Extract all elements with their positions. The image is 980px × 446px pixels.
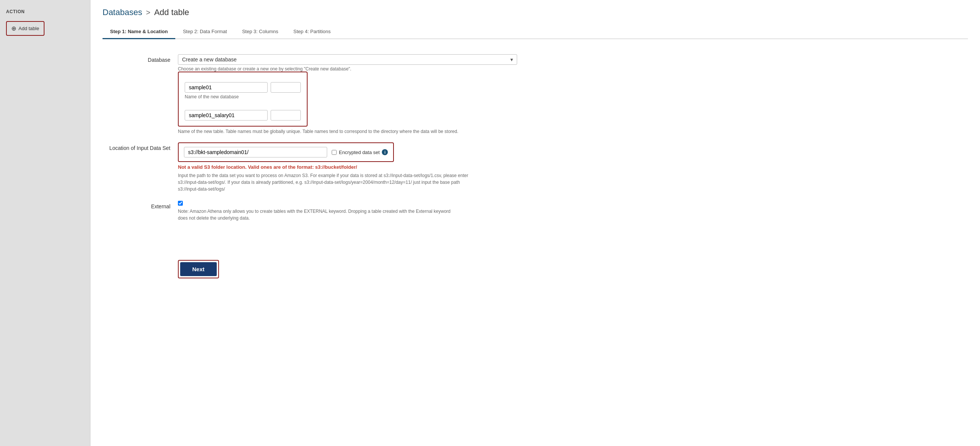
encrypted-label: Encrypted data set i bbox=[332, 149, 388, 155]
next-button-outlined-box: Next bbox=[178, 260, 219, 278]
plus-icon: ⊕ bbox=[11, 25, 16, 32]
location-input[interactable] bbox=[184, 147, 327, 157]
database-control-wrap: Create a new database ▾ Choose an existi… bbox=[178, 54, 517, 134]
tab-step2[interactable]: Step 2: Data Format bbox=[175, 25, 234, 39]
form-area: Database Create a new database ▾ Choose … bbox=[102, 51, 968, 233]
table-name-section bbox=[185, 110, 301, 121]
db-name-extra-input[interactable] bbox=[270, 82, 301, 93]
sidebar-section-title: ACTION bbox=[0, 6, 90, 17]
database-label: Database bbox=[102, 54, 178, 63]
info-icon[interactable]: i bbox=[382, 149, 388, 155]
tabs-container: Step 1: Name & Location Step 2: Data For… bbox=[102, 25, 968, 39]
table-name-extra-input[interactable] bbox=[270, 110, 301, 121]
database-hint: Choose an existing database or create a … bbox=[178, 66, 517, 71]
next-button[interactable]: Next bbox=[180, 262, 217, 276]
external-form-row: External Note: Amazon Athena only allows… bbox=[102, 201, 968, 222]
external-checkbox[interactable] bbox=[178, 201, 183, 206]
external-checkbox-row bbox=[178, 201, 517, 206]
table-name-input[interactable] bbox=[185, 110, 267, 121]
tab-step4[interactable]: Step 4: Partitions bbox=[286, 25, 338, 39]
location-error-text: Not a valid S3 folder location. Valid on… bbox=[178, 164, 517, 170]
breadcrumb-databases-link[interactable]: Databases bbox=[102, 8, 142, 17]
sidebar: ACTION ⊕ Add table bbox=[0, 0, 91, 446]
db-name-hint: Name of the new database bbox=[185, 94, 301, 100]
main-content: Databases > Add table Step 1: Name & Loc… bbox=[91, 0, 980, 446]
add-table-button[interactable]: ⊕ Add table bbox=[6, 21, 45, 36]
external-label: External bbox=[102, 201, 178, 210]
database-dropdown-value: Create a new database bbox=[182, 57, 237, 62]
external-note: Note: Amazon Athena only allows you to c… bbox=[178, 208, 461, 222]
external-control-wrap: Note: Amazon Athena only allows you to c… bbox=[178, 201, 517, 222]
table-name-hint: Name of the new table. Table names must … bbox=[178, 129, 517, 134]
dropdown-arrow-icon: ▾ bbox=[511, 57, 513, 62]
tab-step1[interactable]: Step 1: Name & Location bbox=[102, 25, 175, 39]
db-name-section: Name of the new database bbox=[185, 82, 301, 100]
database-form-row: Database Create a new database ▾ Choose … bbox=[102, 54, 968, 134]
breadcrumb-current-page: Add table bbox=[154, 8, 189, 17]
breadcrumb-separator: > bbox=[146, 8, 150, 17]
tab-step3[interactable]: Step 3: Columns bbox=[234, 25, 286, 39]
db-name-input[interactable] bbox=[185, 82, 267, 93]
encrypted-checkbox[interactable] bbox=[332, 150, 337, 155]
db-table-name-outlined-box: Name of the new database bbox=[178, 71, 307, 127]
add-table-label: Add table bbox=[19, 25, 39, 31]
location-form-row: Location of Input Data Set Encrypted dat… bbox=[102, 142, 968, 192]
encrypted-label-text: Encrypted data set bbox=[339, 149, 380, 155]
location-input-wrap: Encrypted data set i bbox=[184, 147, 388, 157]
database-dropdown[interactable]: Create a new database ▾ bbox=[178, 54, 517, 65]
location-label: Location of Input Data Set bbox=[102, 142, 178, 151]
location-outlined-box: Encrypted data set i bbox=[178, 142, 394, 162]
db-name-row bbox=[185, 82, 301, 93]
location-control-wrap: Encrypted data set i Not a valid S3 fold… bbox=[178, 142, 517, 192]
location-hint: Input the path to the data set you want … bbox=[178, 172, 479, 192]
table-name-row bbox=[185, 110, 301, 121]
breadcrumb: Databases > Add table bbox=[102, 8, 968, 17]
